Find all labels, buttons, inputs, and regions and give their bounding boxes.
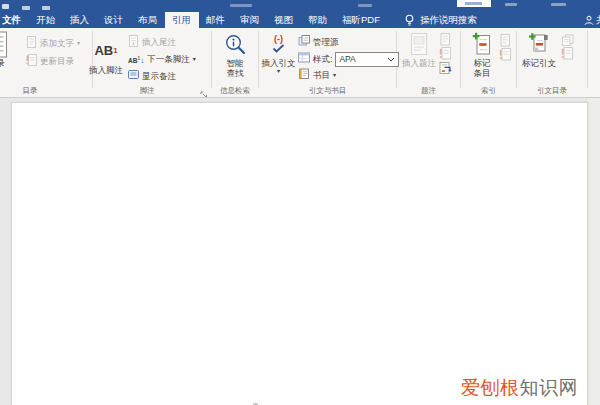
person-icon — [584, 15, 594, 26]
next-footnote-label: 下一条脚注 — [147, 53, 190, 66]
update-toc-icon — [26, 54, 37, 70]
smart-lookup-button[interactable]: 智能 查找 — [217, 30, 253, 78]
tab-file[interactable]: 文件 — [0, 12, 29, 28]
toc-button-label: 目录 — [0, 58, 5, 68]
tell-me-search[interactable]: 操作说明搜索 — [404, 12, 477, 28]
save-icon[interactable] — [2, 4, 9, 9]
insert-endnote-label: 插入尾注 — [142, 36, 176, 49]
document-page[interactable] — [11, 102, 588, 405]
insert-citation-label: 插入引文 — [262, 58, 296, 68]
smart-lookup-label-line2: 查找 — [227, 68, 244, 78]
insert-footnote-button[interactable]: AB1 插入脚注 — [88, 30, 124, 75]
group-separator — [587, 31, 588, 88]
smart-lookup-label-line1: 智能 — [227, 58, 244, 68]
undo-icon[interactable] — [22, 6, 30, 10]
document-title-fragment — [358, 4, 372, 7]
smart-lookup-icon — [224, 30, 247, 58]
tab-view[interactable]: 视图 — [267, 12, 301, 28]
tab-insert[interactable]: 插入 — [63, 12, 97, 28]
insert-citation-button[interactable]: (-) 插入引文 ▾ — [260, 30, 297, 74]
style-label: 样式: — [313, 53, 332, 66]
add-text-label: 添加文字 — [40, 37, 74, 50]
group-separator — [211, 31, 212, 88]
lightbulb-icon — [404, 14, 415, 27]
citation-style-row: 样式: APA — [298, 52, 399, 67]
mark-entry-button[interactable]: 标记 条目 — [466, 30, 498, 78]
citation-style-value: APA — [339, 53, 355, 66]
update-table-of-authorities-button[interactable] — [561, 49, 573, 62]
ab1-footnote-icon: AB1 — [94, 37, 117, 65]
tab-review[interactable]: 审阅 — [233, 12, 267, 28]
watermark: 爱刨根知识网 — [461, 375, 578, 401]
tab-help[interactable]: 帮助 — [301, 12, 335, 28]
titlebar: 文件 开始 插入 设计 布局 引用 邮件 审阅 视图 帮助 福昕PDF 操作说明… — [0, 0, 600, 28]
manage-sources-label: 管理源 — [313, 36, 339, 49]
word-window: 文件 开始 插入 设计 布局 引用 邮件 审阅 视图 帮助 福昕PDF 操作说明… — [0, 0, 600, 405]
insert-footnote-label: 插入脚注 — [89, 65, 123, 75]
group-separator — [460, 31, 461, 88]
update-toc-button[interactable]: 更新目录 — [26, 55, 74, 68]
tab-references[interactable]: 引用 — [165, 12, 199, 28]
chevron-down-icon: ▾ — [277, 68, 280, 74]
ribbon-references: 目录 ▾ 添加文字 ▾ 更新目录 目录 — [0, 28, 600, 98]
group-label-toa: 引文目录 — [517, 86, 587, 96]
add-text-icon — [26, 36, 37, 52]
next-footnote-icon: AB1↓ — [128, 52, 144, 67]
update-index-button[interactable] — [499, 50, 511, 63]
insert-endnote-button[interactable]: 插入尾注 — [128, 36, 176, 49]
show-notes-label: 显示备注 — [142, 70, 176, 83]
group-label-citations: 引文与书目 — [259, 86, 396, 96]
window-controls-fragment[interactable] — [551, 3, 566, 6]
cross-reference-icon — [439, 61, 452, 78]
document-title-fragment — [230, 4, 252, 7]
chevron-down-icon: ▾ — [333, 69, 336, 82]
sign-in-button[interactable] — [457, 0, 491, 7]
combo-chevron-icon — [387, 57, 395, 62]
mark-citation-button[interactable]: 标记引文 — [519, 30, 559, 68]
manage-sources-button[interactable]: 管理源 — [298, 36, 339, 49]
group-label-captions: 题注 — [397, 86, 460, 96]
mark-entry-icon — [472, 30, 493, 58]
chevron-down-icon: ▾ — [193, 53, 196, 66]
bibliography-label: 书目 — [313, 69, 330, 82]
mark-citation-icon — [528, 30, 551, 58]
cross-reference-button[interactable] — [439, 63, 452, 76]
mark-entry-label-line1: 标记 — [474, 58, 491, 68]
bibliography-icon — [298, 68, 310, 83]
group-separator — [516, 31, 517, 88]
bibliography-button[interactable]: 书目 ▾ — [298, 69, 336, 82]
ribbon-tab-bar: 文件 开始 插入 设计 布局 引用 邮件 审阅 视图 帮助 福昕PDF — [0, 12, 388, 28]
tab-layout[interactable]: 布局 — [131, 12, 165, 28]
citation-style-select[interactable]: APA — [335, 52, 399, 67]
add-text-button[interactable]: 添加文字 ▾ — [26, 37, 80, 50]
vertical-scrollbar[interactable] — [586, 98, 600, 405]
update-toc-label: 更新目录 — [40, 55, 74, 68]
document-area: 爱刨根知识网 — [0, 98, 600, 405]
group-label-research: 信息检索 — [212, 86, 258, 96]
next-footnote-button[interactable]: AB1↓ 下一条脚注 ▾ — [128, 53, 196, 66]
update-table-of-authorities-icon — [561, 47, 573, 64]
tab-design[interactable]: 设计 — [97, 12, 131, 28]
style-icon — [298, 52, 310, 67]
table-of-contents-button[interactable]: 目录 ▾ — [0, 30, 22, 74]
update-index-icon — [499, 48, 511, 65]
watermark-rest: 知识网 — [520, 377, 579, 398]
toc-icon — [0, 30, 9, 58]
share-button[interactable]: 共 — [584, 12, 600, 28]
redo-icon[interactable] — [42, 6, 50, 10]
mark-entry-label-line2: 条目 — [474, 68, 491, 78]
chevron-down-icon: ▾ — [77, 37, 80, 50]
ribbon-options-icon[interactable] — [505, 3, 517, 6]
group-label-index: 索引 — [461, 86, 516, 96]
insert-caption-button[interactable]: 插入题注 — [400, 30, 438, 68]
group-label-toc: 目录 — [0, 86, 60, 96]
tab-foxit-pdf[interactable]: 福昕PDF — [335, 12, 388, 28]
show-notes-icon — [128, 69, 139, 84]
insert-endnote-icon — [128, 35, 139, 51]
insert-citation-icon: (-) — [272, 30, 285, 58]
tell-me-search-label: 操作说明搜索 — [420, 14, 477, 27]
insert-caption-icon — [407, 30, 431, 58]
tab-mailings[interactable]: 邮件 — [199, 12, 233, 28]
tab-home[interactable]: 开始 — [29, 12, 63, 28]
show-notes-button[interactable]: 显示备注 — [128, 70, 176, 83]
